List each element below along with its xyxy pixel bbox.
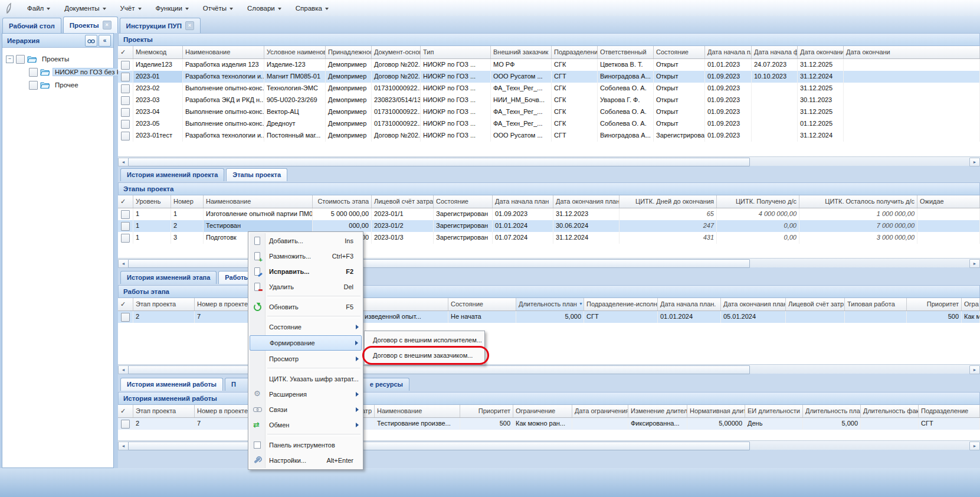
column-header[interactable]: Дата начала план.	[705, 46, 752, 58]
checkbox[interactable]	[121, 61, 130, 70]
column-header[interactable]: Дата окончания план	[553, 195, 620, 208]
row-checkbox-cell[interactable]	[118, 106, 133, 118]
column-header[interactable]: Состояние	[434, 195, 493, 208]
column-header[interactable]: Длительность план▼	[516, 298, 584, 310]
table-row[interactable]: 2023-02Выполнение опытно-конс...Технолог…	[118, 83, 980, 94]
context-menu-item[interactable]: ЦИТК. Указать шифр затрат...	[250, 371, 362, 387]
row-checkbox-cell[interactable]	[118, 71, 133, 83]
column-header[interactable]: Состояние	[448, 298, 516, 310]
tree-item[interactable]: Прочее	[2, 79, 113, 91]
checkbox[interactable]	[121, 73, 130, 81]
column-header[interactable]: Стоимость этапа	[313, 195, 372, 208]
tree-item[interactable]: НИОКР по ГОЗ без НДС	[2, 66, 113, 79]
checkbox[interactable]	[121, 96, 130, 105]
row-checkbox-cell[interactable]	[118, 311, 133, 323]
tab-works[interactable]: История изменений этапа	[120, 271, 217, 284]
row-checkbox-cell[interactable]	[118, 94, 133, 106]
checkbox[interactable]	[121, 210, 130, 219]
checkbox[interactable]	[121, 420, 130, 429]
submenu-item[interactable]: Договор с внешним заказчиком...	[366, 348, 483, 363]
row-checkbox-cell[interactable]	[118, 232, 133, 244]
column-header[interactable]: ЦИТК. Дней до окончания	[620, 195, 717, 208]
column-header[interactable]: Лицевой счёт затрат.	[372, 195, 434, 208]
table-row[interactable]: 2023-01тестРазработка технологии и...Пос…	[118, 130, 980, 142]
checkbox[interactable]	[121, 84, 130, 93]
checkbox[interactable]	[29, 81, 38, 90]
column-header[interactable]: ЦИТК. Получено д/с	[717, 195, 799, 208]
checkbox[interactable]	[121, 108, 130, 117]
table-row[interactable]: Изделие123Разработка изделия 123Изделие-…	[118, 59, 980, 71]
tab-stages[interactable]: Этапы проекта	[226, 168, 287, 181]
column-header[interactable]: Изменение длител	[628, 405, 687, 417]
menubar-item-5[interactable]: Отчёты	[196, 0, 240, 16]
checkbox[interactable]	[121, 120, 130, 129]
column-header[interactable]: Дата начала план	[493, 195, 553, 208]
context-menu-item[interactable]: Связи	[250, 402, 362, 417]
column-header[interactable]: ✓	[118, 195, 133, 208]
context-menu-item[interactable]: Размножить...Ctrl+F3	[250, 248, 362, 264]
row-checkbox-cell[interactable]	[118, 118, 133, 130]
column-header[interactable]: Дата окончани	[844, 46, 980, 58]
context-menu-item[interactable]: Состояние	[250, 319, 362, 335]
scroll-left-icon[interactable]: ◄	[118, 365, 129, 374]
close-icon[interactable]: ×	[185, 21, 194, 30]
column-header[interactable]: Длительность пла	[803, 405, 861, 417]
scrollbar-thumb[interactable]	[128, 442, 750, 450]
binoculars-icon[interactable]	[85, 35, 97, 47]
submenu-item[interactable]: Договор с внешним исполнителем...	[366, 332, 483, 348]
column-header[interactable]: Внешний заказчик	[491, 46, 552, 58]
column-header[interactable]: ✓	[118, 405, 133, 417]
table-row[interactable]: 2023-03Разработка ЭКД и РКД н...905-U020…	[118, 94, 980, 106]
row-checkbox-cell[interactable]	[118, 418, 133, 430]
row-checkbox-cell[interactable]	[118, 208, 133, 220]
context-menu-item[interactable]: Настройки...Alt+Enter	[250, 453, 362, 468]
close-icon[interactable]: ×	[103, 21, 112, 30]
tab-work_history[interactable]: История изменений работы	[120, 378, 223, 391]
checkbox[interactable]	[121, 313, 130, 322]
column-header[interactable]: Дата окончания план	[721, 298, 786, 310]
scrollbar-thumb[interactable]	[128, 365, 750, 374]
column-header[interactable]: Лицевой счёт затр	[786, 298, 845, 310]
menubar-item-6[interactable]: Словари	[240, 0, 289, 16]
checkbox[interactable]	[121, 132, 130, 140]
column-header[interactable]: Длительность фак	[861, 405, 919, 417]
column-header[interactable]: ЕИ длительности	[745, 405, 803, 417]
scroll-left-icon[interactable]: ◄	[118, 442, 129, 450]
scroll-right-icon[interactable]: ►	[969, 158, 980, 166]
horizontal-scrollbar[interactable]: ◄►	[118, 156, 980, 166]
column-header[interactable]: Дата начала план.	[658, 298, 721, 310]
context-menu-item[interactable]: Расширения	[250, 387, 362, 402]
column-header[interactable]: Мнемокод	[133, 46, 183, 58]
menubar-item-4[interactable]: Функции	[149, 0, 196, 16]
column-header[interactable]: Наименование	[183, 46, 264, 58]
table-row[interactable]: 12Тестирован000,002023-01/2Зарегистриров…	[118, 220, 980, 232]
context-menu-item[interactable]: Панель инструментов	[250, 437, 362, 453]
context-menu-item[interactable]: Добавить...Ins	[250, 233, 362, 248]
context-menu-item[interactable]: ОбновитьF5	[250, 299, 362, 315]
checkbox[interactable]	[121, 234, 130, 243]
context-menu-item[interactable]: Обмен	[250, 417, 362, 433]
window-tab[interactable]: Рабочий стол	[2, 18, 61, 33]
column-header[interactable]: Уровень	[133, 195, 171, 208]
column-header[interactable]: Условное наименова	[264, 46, 326, 58]
column-header[interactable]: Наименование	[204, 195, 313, 208]
menubar-item-1[interactable]: Файл	[20, 0, 57, 16]
row-checkbox-cell[interactable]	[118, 59, 133, 71]
context-menu-item[interactable]: Просмотр	[250, 351, 362, 367]
scroll-left-icon[interactable]: ◄	[118, 259, 129, 268]
menubar-item-2[interactable]: Документы	[57, 0, 113, 16]
row-checkbox-cell[interactable]	[118, 130, 133, 142]
context-menu-item[interactable]: Формирование	[250, 335, 362, 351]
scroll-right-icon[interactable]: ►	[969, 442, 980, 450]
column-header[interactable]: Дата начала факт.	[752, 46, 798, 58]
checkbox[interactable]	[121, 222, 130, 231]
context-menu-item[interactable]: УдалитьDel	[250, 279, 362, 295]
scrollbar-thumb[interactable]	[128, 259, 750, 268]
table-row[interactable]: 2023-05Выполнение опытно-конс...Дредноут…	[118, 118, 980, 130]
column-header[interactable]: Состояние	[654, 46, 705, 58]
column-header[interactable]: Дата окончания пл	[798, 46, 844, 58]
column-header[interactable]: Дата ограничения	[572, 405, 628, 417]
checkbox[interactable]	[29, 68, 38, 77]
collapse-panel-icon[interactable]: «	[99, 35, 111, 47]
column-header[interactable]: Подразделение-исполнитель..	[584, 298, 658, 310]
